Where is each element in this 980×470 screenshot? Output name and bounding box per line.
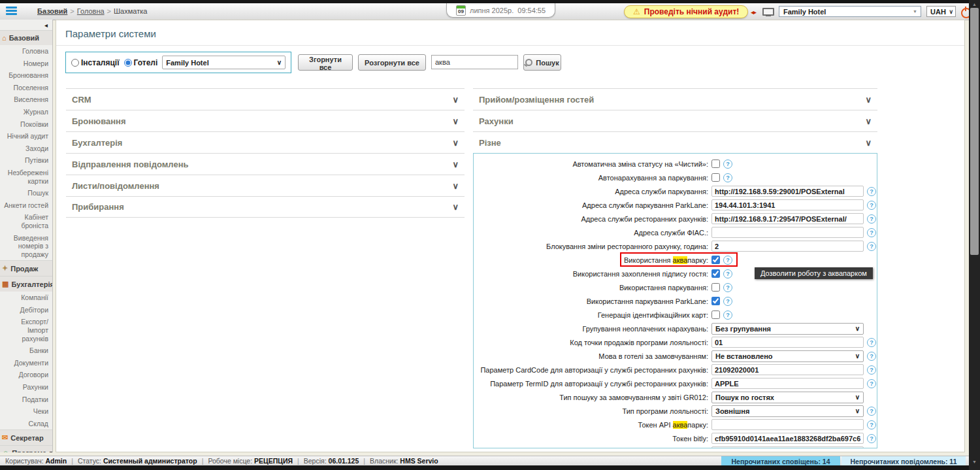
param-input[interactable] — [711, 241, 864, 252]
radio-hotels[interactable]: Готелі — [124, 58, 158, 67]
sidebar-group-speech-bubble[interactable]: ✉Секретар — [0, 429, 52, 445]
param-input[interactable] — [711, 337, 864, 348]
sidebar-item[interactable]: Путівки — [0, 154, 52, 167]
sidebar-group-person[interactable]: ☺Програма лояльності — [0, 445, 52, 452]
help-icon[interactable]: ? — [867, 434, 876, 443]
param-checkbox[interactable] — [711, 297, 720, 305]
sidebar-collapse-arrow[interactable]: ◂ — [0, 20, 52, 30]
param-input[interactable] — [711, 433, 864, 444]
sidebar-item[interactable]: Пошук — [0, 187, 52, 199]
help-icon[interactable]: ? — [867, 379, 876, 388]
help-icon[interactable]: ? — [723, 283, 732, 292]
hotel-select[interactable]: Family Hotel ▼ — [779, 6, 921, 17]
scroll-down-icon[interactable]: ▼ — [969, 460, 980, 464]
sidebar-item[interactable]: Кабінет броніста — [0, 211, 52, 231]
scroll-up-icon[interactable]: ▲ — [969, 2, 980, 7]
sidebar-item[interactable]: Заходи — [0, 143, 52, 155]
date-display[interactable]: 09 липня 2025р. 09:54:55 — [446, 3, 555, 18]
night-audit-warning[interactable]: ⚠ Проведіть нічний аудит! — [624, 5, 748, 18]
param-checkbox[interactable] — [711, 311, 720, 319]
section-header-right-1[interactable]: Рахунки∨ — [473, 110, 877, 131]
param-checkbox[interactable] — [711, 256, 720, 264]
param-input[interactable] — [711, 364, 864, 375]
sidebar-item[interactable]: Незбережені картки — [0, 167, 52, 187]
help-icon[interactable]: ? — [867, 214, 876, 224]
help-icon[interactable]: ? — [723, 269, 732, 278]
menu-icon[interactable] — [6, 7, 17, 15]
param-input[interactable] — [711, 213, 864, 224]
collapse-all-button[interactable]: Згорнути все — [298, 54, 353, 71]
search-input[interactable] — [431, 55, 518, 69]
sidebar-item[interactable]: Нічний аудит — [0, 130, 52, 143]
sidebar-item[interactable]: Номери — [0, 58, 52, 70]
help-icon[interactable]: ? — [723, 297, 732, 306]
help-icon[interactable]: ? — [723, 159, 732, 169]
sidebar-item[interactable]: Рахунки — [0, 381, 52, 394]
radio-installations-input[interactable] — [71, 59, 79, 67]
param-input[interactable] — [711, 227, 864, 238]
sidebar-item[interactable]: Документи — [0, 357, 52, 369]
sidebar-item[interactable]: Чеки — [0, 405, 52, 418]
vertical-scrollbar[interactable]: ▲ ▼ — [969, 0, 980, 470]
sidebar-item[interactable]: Виселення — [0, 93, 52, 106]
param-input[interactable] — [711, 199, 864, 210]
param-checkbox[interactable] — [711, 269, 720, 278]
param-input[interactable] — [711, 446, 864, 448]
param-select[interactable]: Не встановлено∨ — [711, 350, 864, 362]
unread-notifications-badge[interactable]: Непрочитаних сповіщень: 14 — [721, 456, 840, 466]
param-select[interactable]: Пошук по гостях∨ — [711, 392, 864, 403]
sidebar-item[interactable]: Склад — [0, 418, 52, 430]
sidebar-item[interactable]: Банки — [0, 344, 52, 357]
param-input[interactable] — [711, 186, 864, 197]
sidebar-item[interactable]: Поселення — [0, 82, 52, 94]
param-checkbox[interactable] — [711, 159, 720, 168]
session-switch-icon[interactable]: ◂▸ — [751, 8, 756, 16]
sidebar-group-sales[interactable]: ✦Продаж — [0, 260, 52, 276]
help-icon[interactable]: ? — [723, 311, 732, 320]
param-input[interactable] — [711, 378, 864, 389]
scrollbar-thumb[interactable] — [970, 8, 979, 255]
hotel-param-select[interactable]: Family Hotel ∨ — [162, 56, 286, 69]
radio-installations[interactable]: Інсталяції — [71, 58, 120, 67]
unread-messages-badge[interactable]: Непрочитаних повідомлень: 11 — [841, 456, 966, 466]
help-icon[interactable]: ? — [723, 173, 732, 182]
sidebar-item[interactable]: Компанії — [0, 292, 52, 304]
help-icon[interactable]: ? — [867, 448, 876, 449]
sidebar-item[interactable]: Головна — [0, 45, 52, 58]
sidebar-item[interactable]: Експорт/Імпорт рахунків — [0, 316, 52, 344]
section-header-right-2[interactable]: Різне∨ — [473, 131, 877, 153]
section-header-left-4[interactable]: Листи/повідомлення∨ — [66, 175, 465, 196]
help-icon[interactable]: ? — [867, 365, 876, 375]
section-header-left-5[interactable]: Прибирання∨ — [66, 196, 465, 218]
section-header-left-3[interactable]: Відправлення повідомлень∨ — [66, 153, 465, 175]
section-header-left-2[interactable]: Бухгалтерія∨ — [66, 131, 465, 153]
search-button[interactable]: Пошук — [523, 54, 561, 71]
sidebar-group-house[interactable]: ⌂Базовий — [0, 30, 52, 45]
breadcrumb-item-base[interactable]: Базовий — [37, 7, 67, 15]
param-select[interactable]: Зовнішня∨ — [711, 405, 864, 417]
sidebar-item[interactable]: Договори — [0, 369, 52, 381]
sidebar-item[interactable]: Бронювання — [0, 69, 52, 82]
expand-all-button[interactable]: Розгорнути все — [358, 54, 426, 71]
param-checkbox[interactable] — [711, 173, 720, 182]
help-icon[interactable]: ? — [867, 420, 876, 429]
param-input[interactable] — [711, 419, 864, 430]
help-icon[interactable]: ? — [867, 187, 876, 196]
workstation-icon[interactable] — [762, 8, 774, 17]
section-header-left-0[interactable]: CRM∨ — [66, 88, 465, 110]
help-icon[interactable]: ? — [867, 228, 876, 237]
sidebar-item[interactable]: Журнал — [0, 106, 52, 118]
param-select[interactable]: Без групування∨ — [711, 323, 864, 335]
radio-hotels-input[interactable] — [124, 59, 132, 67]
sidebar-item[interactable]: Анкети гостей — [0, 199, 52, 212]
help-icon[interactable]: ? — [723, 256, 732, 265]
help-icon[interactable]: ? — [867, 201, 876, 210]
section-header-left-1[interactable]: Бронювання∨ — [66, 110, 465, 131]
sidebar-item[interactable]: Виведення номерів з продажу — [0, 232, 52, 261]
param-checkbox[interactable] — [711, 283, 720, 292]
help-icon[interactable]: ? — [867, 407, 876, 416]
help-icon[interactable]: ? — [867, 352, 876, 361]
help-icon[interactable]: ? — [867, 242, 876, 251]
section-header-right-0[interactable]: Прийом/розміщення гостей∨ — [473, 88, 877, 110]
sidebar-item[interactable]: Дебітори — [0, 304, 52, 316]
